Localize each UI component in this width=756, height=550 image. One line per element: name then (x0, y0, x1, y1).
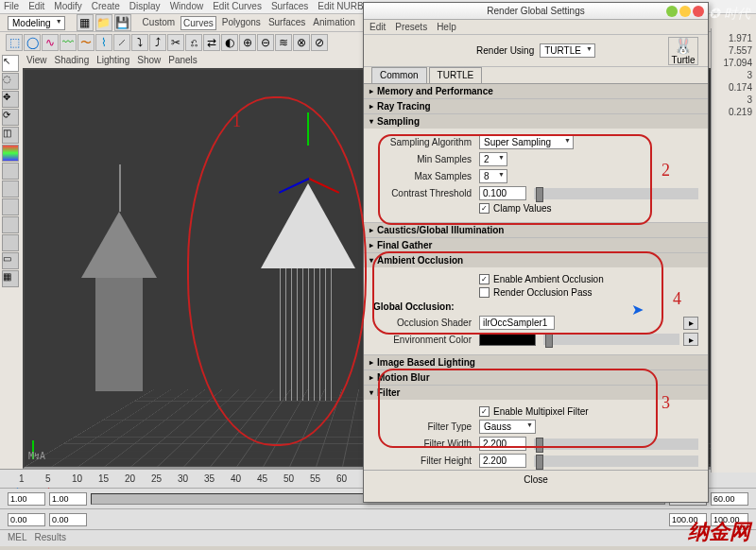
close-icon[interactable] (693, 6, 704, 17)
section-memory[interactable]: Memory and Performance (364, 84, 708, 98)
maya-logo-icon: M↯A (28, 451, 45, 461)
scale-tool-icon: ◫ (2, 127, 19, 144)
render-ao-pass-checkbox[interactable] (479, 287, 490, 298)
section-finalgather[interactable]: Final Gather (364, 238, 708, 252)
enable-filter-checkbox[interactable]: ✓ (479, 406, 490, 417)
playback-controls[interactable] (0, 508, 756, 529)
filter-height-field[interactable] (479, 454, 526, 468)
section-ibl[interactable]: Image Based Lighting (364, 355, 708, 370)
range-start-field[interactable] (8, 492, 45, 506)
toolbox[interactable]: ↖ ◌ ✥ ⟳ ◫ ▭ ▦ (0, 53, 21, 469)
lasso-tool-icon: ◌ (2, 73, 19, 90)
section-caustics[interactable]: Caustics/Global Illumination (364, 223, 708, 237)
open-icon[interactable]: 📁 (95, 14, 112, 31)
save-icon[interactable]: 💾 (114, 14, 131, 31)
single-view-icon: ▭ (2, 252, 19, 269)
filter-width-field[interactable] (479, 437, 526, 451)
tower-model-1 (81, 212, 157, 391)
section-sampling[interactable]: Sampling (364, 114, 708, 129)
module-dropdown[interactable]: Modeling (8, 16, 65, 30)
section-ao[interactable]: Ambient Occlusion (364, 253, 708, 267)
tab-turtle[interactable]: TURTLE (429, 67, 483, 83)
contrast-threshold-field[interactable] (479, 186, 526, 200)
sampling-algo-dropdown[interactable]: Super Sampling (479, 135, 574, 149)
dialog-title-text: Render Global Settings (487, 6, 584, 16)
move-tool-icon: ✥ (2, 91, 19, 108)
rotate-tool-icon: ⟳ (2, 109, 19, 126)
contrast-slider[interactable] (534, 188, 698, 199)
render-settings-dialog: Render Global Settings EditPresetsHelp R… (363, 2, 709, 503)
section-motionblur[interactable]: Motion Blur (364, 370, 708, 385)
four-view-icon: ▦ (2, 270, 19, 287)
env-color-swatch[interactable] (479, 334, 536, 346)
watermark-top-icon: ✪ 时代 (709, 6, 750, 23)
close-button[interactable]: Close (524, 474, 548, 485)
section-raytracing[interactable]: Ray Tracing (364, 99, 708, 113)
watermark-icon: 纳金网 (688, 518, 750, 546)
minimize-icon[interactable] (666, 6, 678, 17)
min-samples-dropdown[interactable]: 2 (479, 152, 507, 166)
max-samples-dropdown[interactable]: 8 (479, 169, 507, 183)
range-end-field[interactable] (711, 492, 748, 506)
range-in-field[interactable] (49, 492, 87, 506)
dialog-titlebar[interactable]: Render Global Settings (364, 3, 708, 20)
env-color-slider[interactable] (543, 334, 679, 345)
tab-common[interactable]: Common (371, 67, 427, 83)
dialog-menu[interactable]: EditPresetsHelp (364, 20, 708, 35)
global-occlusion-header: Global Occlusion: (373, 301, 698, 312)
renderer-dropdown[interactable]: TURTLE (540, 43, 595, 58)
filter-width-slider[interactable] (534, 438, 698, 450)
filter-type-dropdown[interactable]: Gauss (479, 420, 536, 434)
shader-connect-icon[interactable]: ▸ (683, 317, 698, 330)
env-connect-icon[interactable]: ▸ (683, 333, 698, 346)
turtle-logo-icon: 🐰 Turtle (668, 37, 698, 65)
clamp-values-checkbox[interactable]: ✓ (479, 203, 490, 214)
occlusion-shader-field[interactable] (479, 316, 555, 330)
channel-box[interactable]: 1.9717.55717.09430.17430.219 (711, 28, 756, 473)
render-using-label: Render Using (476, 45, 534, 56)
new-scene-icon[interactable]: ▦ (77, 14, 94, 31)
maximize-icon[interactable] (679, 6, 691, 17)
enable-ao-checkbox[interactable]: ✓ (479, 274, 490, 284)
select-tool-icon: ↖ (2, 55, 19, 72)
command-line[interactable]: MELResults (0, 529, 756, 546)
section-filter[interactable]: Filter (364, 386, 708, 400)
filter-height-slider[interactable] (534, 455, 698, 467)
tower-model-2-selected (261, 183, 355, 401)
dialog-tabs[interactable]: Common TURTLE (364, 67, 708, 84)
